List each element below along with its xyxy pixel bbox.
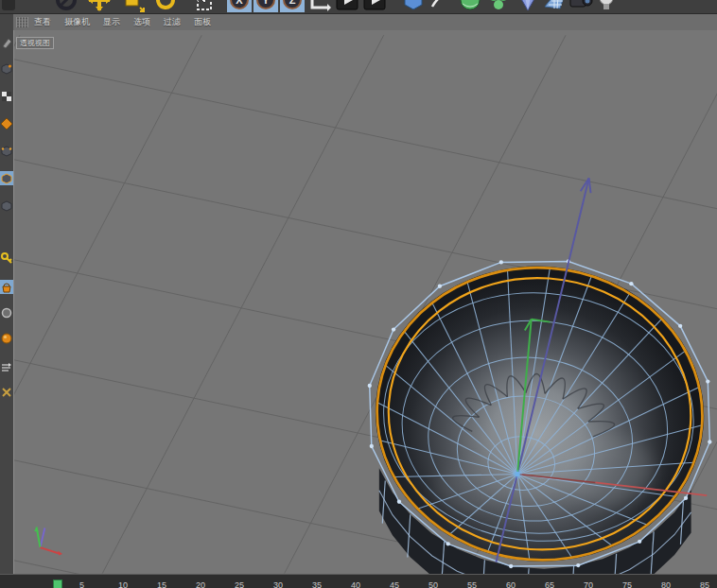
- ring-icon: [54, 0, 79, 12]
- deformer-button[interactable]: [516, 0, 540, 12]
- ltedges-icon: [1, 173, 12, 184]
- mode-points-button[interactable]: [0, 144, 13, 158]
- viewport-canvas[interactable]: [14, 30, 717, 574]
- svg-text:Y: Y: [262, 0, 270, 6]
- scale-icon: [120, 0, 145, 12]
- move-icon: [87, 0, 112, 12]
- add-cube-button[interactable]: [401, 0, 426, 12]
- camera-object-button[interactable]: [568, 0, 593, 12]
- timeline[interactable]: 51015202530354045505560657075808590: [0, 574, 717, 588]
- svg-text:Z: Z: [289, 0, 296, 6]
- light-icon: [594, 0, 619, 12]
- mode-workplane-button[interactable]: [0, 116, 13, 130]
- light-object-button[interactable]: [594, 0, 619, 12]
- mode-polygons-button[interactable]: [0, 199, 13, 213]
- timeline-tick: 40: [351, 580, 360, 588]
- select-icon: [189, 0, 214, 12]
- mode-model-button[interactable]: [0, 61, 13, 76]
- rotate-tool-button[interactable]: [153, 0, 178, 12]
- timeline-tick: 30: [273, 580, 283, 588]
- selection-tool-button[interactable]: [189, 0, 214, 12]
- menu-item-5[interactable]: 面板: [194, 16, 211, 28]
- subdiv-icon: [458, 0, 482, 12]
- crystal-icon: [516, 0, 540, 12]
- ltmodel-icon: [1, 63, 12, 75]
- tool-snap-b-button[interactable]: [0, 385, 13, 399]
- viewport-menus: 查看摄像机显示选项过滤面板: [34, 16, 224, 28]
- render-icon: [362, 0, 387, 12]
- floor-object-button[interactable]: [543, 0, 568, 12]
- coord-system-button[interactable]: [307, 0, 332, 12]
- ltpoly-icon: [1, 200, 12, 212]
- render-icon: [335, 0, 359, 12]
- timeline-tick: 85: [700, 580, 709, 588]
- menu-item-1[interactable]: 摄像机: [64, 16, 90, 28]
- pen-icon: [428, 0, 453, 12]
- tool-snap-a-button[interactable]: [0, 360, 13, 374]
- tool-sphere-button[interactable]: [0, 331, 13, 345]
- mode-pen-button[interactable]: [0, 35, 13, 49]
- render-view-button[interactable]: [335, 0, 359, 12]
- floor-icon: [543, 0, 568, 12]
- lock-z-button[interactable]: Z: [280, 0, 305, 12]
- array-icon: [486, 0, 511, 12]
- partial-tool-button[interactable]: [0, 0, 25, 12]
- tool-key-button[interactable]: [0, 251, 13, 265]
- grip-dots-icon[interactable]: [16, 17, 28, 27]
- mode-toolbar: [0, 14, 13, 574]
- menu-item-3[interactable]: 选项: [133, 16, 150, 28]
- timeline-tick: 10: [118, 580, 128, 588]
- scale-tool-button[interactable]: [120, 0, 145, 12]
- viewport-menu-bar: 查看摄像机显示选项过滤面板: [13, 14, 717, 31]
- world-axis-gizmo: [34, 527, 62, 556]
- coords-icon: [307, 0, 332, 12]
- timeline-tick: 55: [467, 580, 477, 588]
- camera-icon: [568, 0, 593, 12]
- ltsnap2-icon: [1, 387, 12, 398]
- spline-pen-button[interactable]: [428, 0, 453, 12]
- lock-x-button[interactable]: X: [227, 0, 252, 12]
- tool-axis-button[interactable]: [0, 305, 13, 320]
- tool-paint-button[interactable]: [0, 280, 13, 294]
- timeline-tick: 35: [312, 580, 322, 588]
- timeline-tick: 45: [390, 580, 399, 588]
- mode-texture-button[interactable]: [0, 89, 13, 103]
- ltball-icon: [1, 333, 12, 344]
- top-toolbar: XYZ: [0, 0, 717, 14]
- timeline-tick: 25: [235, 580, 244, 588]
- render-picture-button[interactable]: [362, 0, 387, 12]
- ltkey-icon: [1, 252, 12, 264]
- timeline-tick: 50: [428, 580, 438, 588]
- axis-x-icon: X: [227, 0, 252, 12]
- ltdiamond-icon: [1, 118, 12, 130]
- array-modifier-button[interactable]: [486, 0, 511, 12]
- menu-item-4[interactable]: 过滤: [164, 16, 181, 28]
- axis-y-icon: Y: [254, 0, 278, 12]
- ltpen-icon: [1, 37, 12, 48]
- ltbucket-icon: [1, 282, 12, 293]
- timeline-tick: 75: [622, 580, 632, 588]
- axis-z-icon: Z: [280, 0, 305, 12]
- subdivision-button[interactable]: [458, 0, 482, 12]
- cube-icon: [401, 0, 426, 12]
- menu-item-2[interactable]: 显示: [103, 16, 120, 28]
- move-tool-button[interactable]: [87, 0, 112, 12]
- ltcheck-icon: [1, 91, 12, 102]
- timeline-tick: 65: [545, 580, 554, 588]
- timeline-tick: 15: [157, 580, 166, 588]
- ltpoints-icon: [1, 146, 12, 157]
- rotate-icon: [153, 0, 178, 12]
- menu-item-0[interactable]: 查看: [34, 16, 51, 28]
- viewport[interactable]: 透视视图: [13, 30, 717, 574]
- mode-edges-button[interactable]: [0, 171, 13, 185]
- lock-y-button[interactable]: Y: [254, 0, 278, 12]
- undo-button[interactable]: [54, 0, 79, 12]
- blob-icon: [0, 0, 25, 12]
- timeline-tick: 70: [584, 580, 593, 588]
- timeline-tick: 80: [661, 580, 671, 588]
- app-window: { "app": {"name": "Cinema 4D", "view": "…: [0, 0, 717, 588]
- current-frame-marker[interactable]: [53, 579, 62, 588]
- svg-text:X: X: [236, 0, 243, 6]
- timeline-tick: 5: [79, 580, 84, 588]
- timeline-tick: 20: [196, 580, 205, 588]
